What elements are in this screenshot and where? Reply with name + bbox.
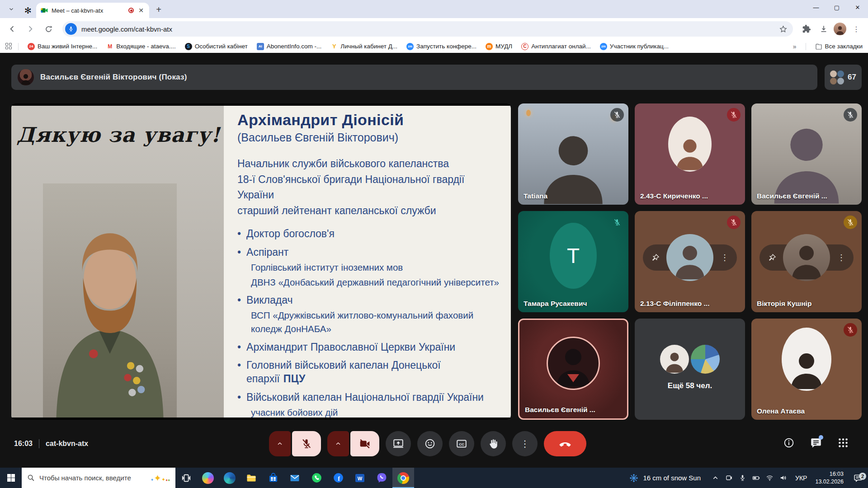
camera-toggle-button[interactable] — [350, 431, 379, 456]
bookmark-item[interactable]: S Особистий кабінет — [185, 43, 248, 50]
wifi-icon[interactable] — [766, 474, 774, 482]
bookmark-item[interactable]: m МУДЛ — [486, 43, 512, 50]
bookmark-favicon: AI — [257, 43, 264, 50]
mail-icon[interactable] — [284, 468, 306, 488]
taskbar-search[interactable]: Чтобы начать поиск, введите ✦✦✦●● — [22, 468, 175, 488]
reactions-button[interactable] — [417, 431, 443, 456]
more-participants-tile[interactable]: Ещё 58 чел. — [635, 319, 745, 420]
tile-menu-icon[interactable]: ⋮ — [721, 253, 729, 263]
start-button[interactable] — [0, 468, 22, 488]
back-button[interactable] — [5, 21, 20, 37]
battery-icon[interactable] — [752, 474, 760, 482]
participant-tile-active-speaker[interactable]: Васильєв Євгеній ... — [518, 319, 628, 420]
edge-icon[interactable] — [219, 468, 241, 488]
chat-icon[interactable] — [810, 437, 822, 450]
tab-search-button[interactable] — [5, 3, 18, 15]
mic-options-chevron[interactable] — [269, 431, 291, 456]
profile-avatar[interactable] — [834, 23, 846, 35]
participant-tile[interactable]: ⋮ Вікторія Кушнір — [751, 211, 862, 312]
presentation-tile[interactable]: Дякую за увагу! Архімандрит Діонісій (Ва… — [11, 103, 511, 420]
bookmark-item[interactable]: M Входящие - ataeva.... — [106, 43, 176, 50]
bookmark-item[interactable]: Y Личный кабинет Д... — [330, 43, 397, 50]
browser-menu-icon[interactable]: ⋮ — [849, 22, 863, 36]
site-mic-permission-icon[interactable] — [65, 23, 77, 35]
bookmark-item[interactable]: zm Участник публикац... — [600, 43, 669, 50]
captions-button[interactable] — [449, 431, 474, 456]
viber-icon[interactable] — [371, 468, 392, 488]
participant-tile[interactable]: Tatiana — [518, 103, 628, 205]
mic-muted-icon — [727, 216, 741, 229]
call-controls: ⋮ — [269, 431, 586, 456]
participant-tile[interactable]: 2.43-С Кириченко ... — [635, 103, 745, 205]
file-explorer-icon[interactable] — [241, 468, 262, 488]
presenter-avatar — [18, 69, 34, 85]
language-indicator[interactable]: УКР — [792, 474, 811, 482]
tray-expand-icon[interactable] — [712, 474, 719, 482]
participant-avatar — [783, 234, 830, 281]
window-close-button[interactable]: ✕ — [847, 0, 868, 14]
action-center-icon[interactable]: 2 — [848, 474, 868, 483]
all-bookmarks-button[interactable]: Все закладки — [815, 43, 863, 50]
meeting-code: cat-kbvn-atx — [46, 440, 88, 448]
windows-logo-icon — [7, 474, 15, 482]
presenter-name: Васильєв Євгеній Вікторович (Показ) — [40, 73, 187, 82]
bookmark-item[interactable]: AI AbonentInfo.com -... — [257, 43, 322, 50]
participant-count: 67 — [848, 73, 856, 82]
bookmark-favicon: S — [185, 43, 192, 50]
snowflake-icon — [629, 474, 638, 483]
bookmark-item[interactable]: zm Запустить конфере... — [406, 43, 476, 50]
volume-icon[interactable] — [779, 474, 787, 482]
meeting-details-icon[interactable] — [783, 437, 795, 450]
window-minimize-button[interactable]: — — [806, 0, 826, 14]
pinned-tab-chatgpt-icon[interactable]: ✻ — [20, 3, 36, 18]
meet-page: Васильєв Євгеній Вікторович (Показ) 67 Д… — [0, 53, 868, 468]
url-text[interactable]: meet.google.com/cat-kbvn-atx — [81, 25, 771, 33]
copilot-icon[interactable] — [197, 468, 219, 488]
new-tab-button[interactable]: + — [152, 3, 165, 16]
window-maximize-button[interactable]: ▢ — [826, 0, 847, 14]
slide-subtitle: (Васильев Євгеній Вікторович) — [237, 131, 499, 144]
participant-count-pill[interactable]: 67 — [825, 65, 862, 90]
microphone-tray-icon[interactable] — [739, 474, 746, 482]
svg-text:W: W — [358, 476, 363, 481]
pin-icon[interactable] — [651, 253, 660, 262]
reload-button[interactable] — [41, 21, 56, 37]
raise-hand-button[interactable] — [481, 431, 506, 456]
forward-button[interactable] — [23, 21, 38, 37]
mic-toggle-button[interactable] — [292, 431, 321, 456]
store-icon[interactable] — [262, 468, 284, 488]
bookmarks-bar: 24 Ваш живий Інтерне... M Входящие - ata… — [0, 40, 868, 53]
activities-icon[interactable] — [837, 437, 849, 450]
active-tab[interactable]: Meet – cat-kbvn-atx ✕ — [36, 3, 149, 18]
tab-close-icon[interactable]: ✕ — [137, 7, 145, 14]
word-icon[interactable]: W — [349, 468, 371, 488]
more-options-button[interactable]: ⋮ — [512, 431, 538, 456]
apps-grid-icon[interactable] — [5, 43, 13, 50]
bookmark-item[interactable]: C Антиплагиат онлай... — [521, 43, 591, 50]
leave-call-button[interactable] — [544, 431, 586, 456]
weather-widget[interactable]: 16 cm of snow Sun — [623, 474, 707, 483]
participant-tile[interactable]: Васильєв Євгеній ... — [751, 103, 862, 205]
camera-tray-icon[interactable] — [725, 474, 733, 482]
tile-menu-icon[interactable]: ⋮ — [837, 253, 845, 263]
address-bar[interactable]: meet.google.com/cat-kbvn-atx — [62, 21, 793, 37]
clock-date: 13.02.2026 — [815, 478, 844, 486]
participant-tile[interactable]: Т Тамара Русакевич — [518, 211, 628, 312]
extensions-icon[interactable] — [799, 22, 814, 36]
participant-tile[interactable]: ⋮ 2.13-С Філіппенко ... — [635, 211, 745, 312]
downloads-icon[interactable] — [816, 22, 831, 36]
whatsapp-icon[interactable] — [306, 468, 327, 488]
participant-name: Васильєв Євгеній ... — [757, 192, 827, 200]
bookmarks-overflow-icon[interactable]: » — [793, 43, 797, 50]
bookmark-star-icon[interactable] — [776, 22, 790, 36]
present-screen-button[interactable] — [386, 431, 411, 456]
pin-icon[interactable] — [768, 253, 777, 262]
chrome-icon[interactable] — [392, 468, 414, 488]
bookmark-item[interactable]: 24 Ваш живий Інтерне... — [28, 43, 97, 50]
task-view-icon[interactable] — [175, 468, 197, 488]
taskbar-clock[interactable]: 16:03 13.02.2026 — [811, 470, 848, 486]
windows-taskbar: Чтобы начать поиск, введите ✦✦✦●● f W — [0, 468, 868, 488]
camera-options-chevron[interactable] — [327, 431, 349, 456]
participant-tile[interactable]: Олена Атаєва — [751, 319, 862, 420]
facebook-icon[interactable]: f — [327, 468, 349, 488]
